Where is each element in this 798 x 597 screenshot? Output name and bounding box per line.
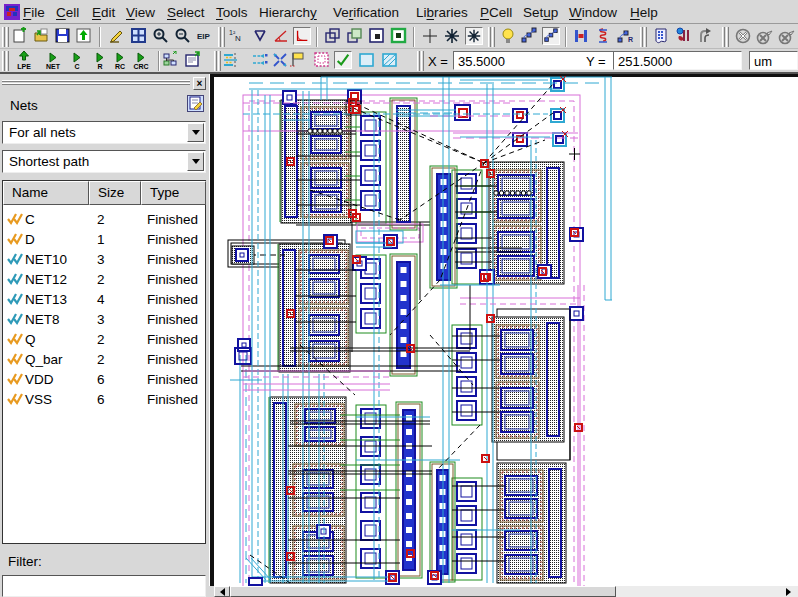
svg-text:NET: NET	[46, 63, 61, 70]
svg-text:RC: RC	[115, 63, 125, 70]
svg-text:EIP: EIP	[197, 32, 211, 41]
svg-text:CRC: CRC	[133, 63, 148, 70]
svg-text:C: C	[74, 63, 79, 70]
svg-text:R: R	[97, 63, 102, 70]
svg-text:N: N	[235, 34, 241, 43]
svg-text:LPE: LPE	[17, 63, 31, 70]
svg-text:R: R	[628, 36, 633, 43]
